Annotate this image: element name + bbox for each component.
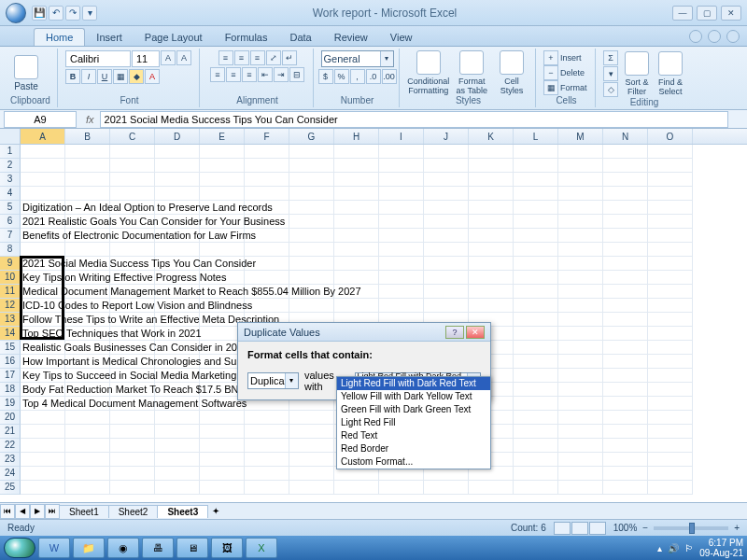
cell[interactable] (514, 369, 558, 383)
column-header[interactable]: L (514, 129, 558, 144)
cell[interactable] (110, 439, 155, 453)
cell[interactable] (155, 229, 200, 243)
dropdown-option[interactable]: Light Red Fill with Dark Red Text (337, 377, 490, 390)
ribbon-tab-home[interactable]: Home (34, 28, 85, 46)
dialog-close-button[interactable]: ✕ (466, 326, 485, 339)
taskbar-app3-icon[interactable]: 🖼 (211, 538, 243, 558)
cell[interactable] (514, 481, 558, 495)
row-header[interactable]: 18 (0, 383, 21, 397)
cell[interactable] (558, 467, 603, 481)
sheet-tab[interactable]: Sheet2 (108, 505, 159, 518)
cell[interactable] (469, 285, 514, 299)
conditional-formatting-button[interactable]: Conditional Formatting (407, 50, 449, 95)
cell[interactable] (514, 187, 558, 201)
cell[interactable] (648, 439, 693, 453)
cell[interactable] (514, 313, 558, 327)
column-header[interactable]: F (245, 129, 289, 144)
window-close-small-icon[interactable] (726, 30, 740, 43)
cell[interactable] (558, 439, 603, 453)
align-center-icon[interactable]: ≡ (226, 67, 241, 82)
cell[interactable] (648, 201, 693, 215)
cell[interactable] (334, 299, 379, 313)
cell[interactable] (334, 215, 379, 229)
cell[interactable] (200, 201, 245, 215)
cell[interactable] (200, 481, 245, 495)
cell[interactable] (289, 425, 334, 439)
cell[interactable] (65, 453, 110, 467)
shrink-font-icon[interactable]: A (176, 50, 191, 65)
cell[interactable] (155, 481, 200, 495)
cell[interactable] (200, 439, 245, 453)
cell[interactable] (21, 215, 65, 229)
align-middle-icon[interactable]: ≡ (234, 50, 249, 65)
sort-filter-button[interactable]: Sort & Filter (622, 51, 652, 96)
row-header[interactable]: 2 (0, 159, 21, 173)
cell[interactable] (558, 383, 603, 397)
cell[interactable] (603, 341, 648, 355)
cell[interactable] (558, 271, 603, 285)
cell[interactable] (558, 201, 603, 215)
cell[interactable] (603, 173, 648, 187)
fill-color-button[interactable]: ◆ (129, 69, 144, 84)
cell[interactable] (65, 285, 110, 299)
ribbon-tab-view[interactable]: View (379, 29, 424, 46)
cell[interactable] (110, 271, 155, 285)
align-right-icon[interactable]: ≡ (242, 67, 257, 82)
cell[interactable] (110, 187, 155, 201)
cell[interactable] (334, 271, 379, 285)
cell[interactable] (514, 215, 558, 229)
cell[interactable] (379, 271, 424, 285)
taskbar-excel-icon[interactable]: X (246, 538, 277, 558)
cell[interactable] (110, 145, 155, 159)
cell[interactable] (65, 383, 110, 397)
underline-button[interactable]: U (97, 69, 112, 84)
cell[interactable] (110, 425, 155, 439)
cell[interactable] (648, 243, 693, 257)
cell[interactable] (200, 243, 245, 257)
cell[interactable] (603, 271, 648, 285)
currency-icon[interactable]: $ (318, 69, 333, 84)
cell[interactable] (514, 173, 558, 187)
cell[interactable] (110, 467, 155, 481)
cell[interactable] (603, 145, 648, 159)
cell[interactable] (65, 439, 110, 453)
cell[interactable] (379, 229, 424, 243)
ribbon-tab-data[interactable]: Data (278, 29, 322, 46)
cell[interactable] (558, 187, 603, 201)
cell[interactable] (21, 229, 65, 243)
delete-cells-button[interactable]: −Delete (543, 65, 585, 80)
cell[interactable] (289, 299, 334, 313)
column-header[interactable]: E (200, 129, 245, 144)
cell[interactable] (648, 369, 693, 383)
dropdown-option[interactable]: Custom Format... (337, 455, 490, 469)
column-header[interactable]: M (558, 129, 603, 144)
clear-icon[interactable]: ◇ (603, 82, 618, 97)
cell[interactable] (65, 411, 110, 425)
cell[interactable] (245, 271, 289, 285)
cell[interactable] (155, 453, 200, 467)
cell[interactable] (21, 467, 65, 481)
sheet-nav-last-icon[interactable]: ⏭ (45, 504, 60, 519)
format-style-dropdown[interactable]: Light Red Fill with Dark Red TextYellow … (336, 376, 491, 469)
orientation-icon[interactable]: ⤢ (266, 50, 281, 65)
cell[interactable] (469, 187, 514, 201)
cell[interactable] (424, 299, 469, 313)
cell[interactable] (379, 187, 424, 201)
cell[interactable] (65, 425, 110, 439)
cell[interactable] (110, 229, 155, 243)
row-header[interactable]: 13 (0, 313, 21, 327)
cell[interactable] (200, 411, 245, 425)
cell[interactable] (424, 145, 469, 159)
close-button[interactable]: ✕ (721, 6, 741, 21)
cell[interactable] (65, 369, 110, 383)
ribbon-tab-insert[interactable]: Insert (85, 29, 134, 46)
cell[interactable] (603, 481, 648, 495)
cell[interactable] (603, 369, 648, 383)
cell[interactable] (514, 453, 558, 467)
office-orb[interactable] (6, 3, 26, 23)
cell[interactable] (289, 215, 334, 229)
cell[interactable] (155, 299, 200, 313)
maximize-button[interactable]: ▢ (697, 6, 717, 21)
cell[interactable] (469, 257, 514, 271)
cell[interactable] (648, 145, 693, 159)
